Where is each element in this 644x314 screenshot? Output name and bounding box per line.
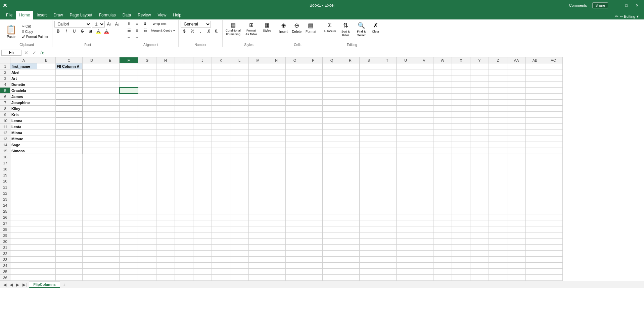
cell-L4[interactable]	[230, 82, 249, 88]
cell-O10[interactable]	[286, 118, 304, 124]
cell-Q5[interactable]	[323, 88, 341, 94]
cell-R27[interactable]	[341, 220, 360, 226]
cell-W3[interactable]	[433, 75, 452, 82]
cell-Q36[interactable]	[323, 275, 341, 281]
cell-S5[interactable]	[360, 88, 378, 94]
cell-F31[interactable]	[120, 245, 138, 251]
cell-K14[interactable]	[212, 142, 230, 148]
cell-Q3[interactable]	[323, 75, 341, 82]
cell-W10[interactable]	[433, 118, 452, 124]
cell-AA22[interactable]	[507, 190, 526, 196]
cell-H3[interactable]	[156, 75, 175, 82]
col-header-AC[interactable]: AC	[544, 57, 563, 63]
cell-V35[interactable]	[415, 269, 433, 275]
cell-AB10[interactable]	[526, 118, 544, 124]
cell-AC27[interactable]	[544, 220, 563, 226]
cell-Y9[interactable]	[470, 112, 489, 118]
cell-Z23[interactable]	[489, 196, 507, 202]
cell-E33[interactable]	[101, 257, 120, 263]
row-header-34[interactable]: 34	[0, 263, 10, 269]
cell-U4[interactable]	[397, 82, 415, 88]
col-header-Z[interactable]: Z	[489, 57, 507, 63]
cell-A24[interactable]	[10, 202, 37, 208]
cell-F28[interactable]	[120, 226, 138, 232]
cell-B1[interactable]	[37, 63, 56, 69]
cell-G15[interactable]	[138, 148, 156, 154]
cell-M22[interactable]	[249, 190, 267, 196]
comma-button[interactable]: ,	[197, 28, 204, 34]
cell-O17[interactable]	[286, 160, 304, 166]
cell-U7[interactable]	[397, 100, 415, 106]
cell-AB7[interactable]	[526, 100, 544, 106]
cell-Y28[interactable]	[470, 226, 489, 232]
increase-decimal-button[interactable]: .0	[205, 28, 212, 34]
cell-M12[interactable]	[249, 130, 267, 136]
cell-R14[interactable]	[341, 142, 360, 148]
cell-G5[interactable]	[138, 88, 156, 94]
cell-O33[interactable]	[286, 257, 304, 263]
cell-Q25[interactable]	[323, 208, 341, 214]
cell-K13[interactable]	[212, 136, 230, 142]
cell-E28[interactable]	[101, 226, 120, 232]
row-header-12[interactable]: 12	[0, 130, 10, 136]
cell-Y14[interactable]	[470, 142, 489, 148]
cell-R30[interactable]	[341, 239, 360, 245]
cell-J30[interactable]	[193, 239, 212, 245]
cell-X1[interactable]	[452, 63, 470, 69]
cell-T5[interactable]	[378, 88, 397, 94]
cell-N12[interactable]	[267, 130, 286, 136]
cell-Y25[interactable]	[470, 208, 489, 214]
cell-K7[interactable]	[212, 100, 230, 106]
cell-O29[interactable]	[286, 232, 304, 239]
tab-home[interactable]: Home	[16, 11, 33, 19]
cell-E23[interactable]	[101, 196, 120, 202]
cell-AC8[interactable]	[544, 106, 563, 112]
cell-J10[interactable]	[193, 118, 212, 124]
cell-AB11[interactable]	[526, 124, 544, 130]
indent-less-button[interactable]: ←	[125, 34, 133, 40]
cell-W1[interactable]	[433, 63, 452, 69]
row-header-17[interactable]: 17	[0, 160, 10, 166]
cell-H30[interactable]	[156, 239, 175, 245]
cell-C7[interactable]	[56, 100, 83, 106]
cell-D1[interactable]	[83, 63, 101, 69]
cell-V18[interactable]	[415, 166, 433, 172]
cell-W16[interactable]	[433, 154, 452, 160]
cell-AA31[interactable]	[507, 245, 526, 251]
cell-N32[interactable]	[267, 251, 286, 257]
cell-Q19[interactable]	[323, 172, 341, 178]
cell-AC35[interactable]	[544, 269, 563, 275]
cell-Z16[interactable]	[489, 154, 507, 160]
cell-C8[interactable]	[56, 106, 83, 112]
cell-K26[interactable]	[212, 214, 230, 220]
cell-S28[interactable]	[360, 226, 378, 232]
cell-E6[interactable]	[101, 94, 120, 100]
cell-AA32[interactable]	[507, 251, 526, 257]
cell-A29[interactable]	[10, 232, 37, 239]
cell-T11[interactable]	[378, 124, 397, 130]
tab-nav-first[interactable]: |◀	[1, 282, 7, 287]
cell-P21[interactable]	[304, 184, 323, 190]
cell-A30[interactable]	[10, 239, 37, 245]
strikethrough-button[interactable]: S	[79, 28, 86, 34]
cell-D28[interactable]	[83, 226, 101, 232]
cell-A26[interactable]	[10, 214, 37, 220]
cell-E27[interactable]	[101, 220, 120, 226]
cell-J12[interactable]	[193, 130, 212, 136]
cell-Y33[interactable]	[470, 257, 489, 263]
row-header-22[interactable]: 22	[0, 190, 10, 196]
cell-A17[interactable]	[10, 160, 37, 166]
cell-G8[interactable]	[138, 106, 156, 112]
cell-B25[interactable]	[37, 208, 56, 214]
cell-W15[interactable]	[433, 148, 452, 154]
cell-AB29[interactable]	[526, 232, 544, 239]
cell-T36[interactable]	[378, 275, 397, 281]
cell-I11[interactable]	[175, 124, 193, 130]
cell-Q8[interactable]	[323, 106, 341, 112]
row-header-6[interactable]: 6	[0, 94, 10, 100]
cell-X2[interactable]	[452, 69, 470, 75]
cell-S19[interactable]	[360, 172, 378, 178]
cell-F4[interactable]	[120, 82, 138, 88]
cell-G16[interactable]	[138, 154, 156, 160]
cell-Y27[interactable]	[470, 220, 489, 226]
